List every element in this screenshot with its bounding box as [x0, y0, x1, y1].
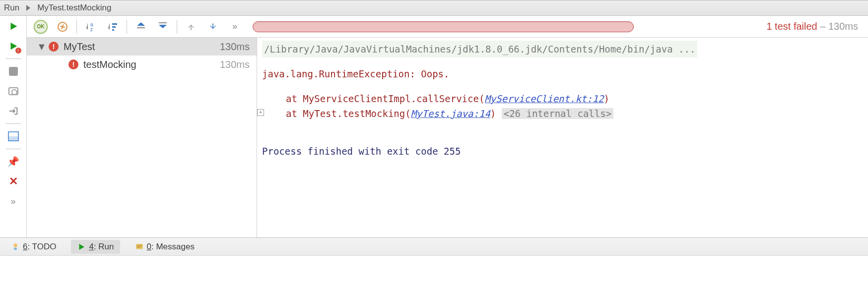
next-failed-button[interactable]	[204, 19, 222, 35]
tab-run[interactable]: 4: Run	[71, 240, 120, 254]
todo-icon	[11, 242, 20, 251]
exit-button[interactable]	[4, 104, 22, 118]
tab-label: 4: Run	[89, 242, 114, 252]
test-toolbar: OK az	[27, 16, 868, 38]
test-method-duration: 130ms	[220, 59, 250, 70]
pin-button[interactable]: 📌	[4, 154, 22, 169]
error-badge-icon: !	[68, 59, 78, 69]
separator	[177, 20, 177, 34]
svg-point-10	[13, 243, 17, 247]
divider	[6, 58, 21, 59]
fold-expand-button[interactable]: +	[257, 109, 264, 116]
previous-failed-button[interactable]	[182, 19, 200, 35]
tab-label: 0: Messages	[147, 242, 195, 252]
dump-threads-button[interactable]	[4, 84, 22, 99]
svg-rect-8	[137, 27, 145, 28]
status-tray	[0, 255, 868, 267]
console-command-line: /Library/Java/JavaVirtualMachines/jdk1.8…	[262, 41, 863, 58]
more-actions-button[interactable]: »	[4, 194, 22, 209]
rerun-failed-button[interactable]: !	[4, 39, 22, 54]
run-tool-window-header: Run MyTest.testMocking	[0, 0, 868, 16]
ok-badge-icon: OK	[34, 20, 48, 34]
status-duration: 130ms	[828, 21, 858, 32]
collapse-arrow-icon[interactable]: ▼	[37, 41, 46, 53]
separator	[76, 20, 77, 34]
tab-messages[interactable]: 0: Messages	[129, 240, 200, 254]
svg-rect-5	[112, 23, 117, 25]
internal-calls-folded[interactable]: <26 internal calls>	[502, 108, 613, 119]
console-output[interactable]: /Library/Java/JavaVirtualMachines/jdk1.8…	[257, 38, 868, 237]
stack-trace-link[interactable]: MyTest.java:14	[411, 108, 490, 119]
run-config-name: MyTest.testMocking	[37, 3, 111, 13]
run-icon	[77, 242, 86, 251]
svg-text:z: z	[90, 27, 93, 32]
test-class-name: MyTest	[64, 41, 95, 53]
expand-all-button[interactable]	[132, 19, 150, 35]
svg-rect-1	[8, 136, 18, 141]
stop-button[interactable]	[4, 64, 22, 79]
tab-todo[interactable]: 6: TODO	[5, 240, 62, 254]
console-stack-frame: at MyServiceClientImpl.callService(MySer…	[262, 91, 863, 106]
svg-rect-7	[112, 29, 114, 31]
left-action-rail: ! 📌 ✕ »	[0, 16, 27, 237]
messages-icon	[135, 242, 144, 251]
toolbar-more-button[interactable]: »	[226, 19, 244, 35]
rerun-button[interactable]	[4, 19, 22, 34]
layout-button[interactable]	[4, 129, 22, 144]
bottom-tabs-bar: 6: TODO 4: Run 0: Messages	[0, 237, 868, 255]
test-tree-root-row[interactable]: ▼ ! MyTest 130ms	[27, 38, 257, 56]
console-exception-line: java.lang.RuntimeException: Oops.	[262, 66, 863, 81]
test-method-name: testMocking	[83, 59, 136, 70]
console-stack-frame: at MyTest.testMocking(MyTest.java:14) <2…	[262, 106, 863, 121]
sort-by-duration-button[interactable]	[104, 19, 122, 35]
status-separator: –	[817, 21, 828, 32]
test-tree-panel: ▼ ! MyTest 130ms ! testMocking 130ms	[27, 38, 257, 237]
collapse-all-button[interactable]	[154, 19, 172, 35]
test-tree-child-row[interactable]: ! testMocking 130ms	[27, 56, 257, 73]
run-config-arrow-icon	[23, 3, 33, 13]
sort-alphabetically-button[interactable]: az	[82, 19, 100, 35]
test-status-text: 1 test failed – 130ms	[766, 21, 858, 32]
error-badge-icon: !	[49, 42, 59, 52]
svg-rect-9	[159, 22, 167, 23]
svg-rect-6	[112, 26, 116, 28]
status-fail-count: 1 test failed	[766, 21, 817, 32]
show-ignored-toggle[interactable]	[54, 19, 71, 35]
separator	[127, 20, 127, 34]
svg-rect-11	[14, 247, 17, 250]
console-exit-line: Process finished with exit code 255	[262, 144, 863, 159]
tab-label: 6: TODO	[23, 242, 56, 252]
divider	[6, 123, 21, 124]
divider	[6, 149, 21, 149]
test-progress-bar	[253, 21, 634, 32]
tool-window-name: Run	[4, 3, 19, 13]
test-class-duration: 130ms	[220, 41, 250, 53]
close-button[interactable]: ✕	[4, 174, 22, 189]
stack-trace-link[interactable]: MyServiceClient.kt:12	[484, 93, 603, 104]
show-passed-toggle[interactable]: OK	[32, 19, 50, 35]
